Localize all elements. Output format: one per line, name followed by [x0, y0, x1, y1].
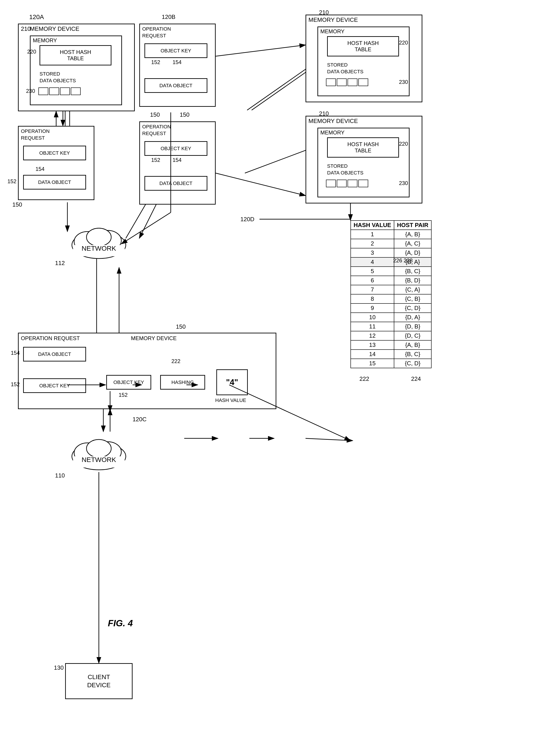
op-request-center-bot: OPERATION REQUEST OBJECT KEY DATA OBJECT…	[139, 122, 216, 204]
hash-value-cell: 9	[351, 304, 394, 313]
hash-value-cell: 14	[351, 350, 394, 359]
ref-152-bot2: 152	[119, 392, 128, 398]
memory-inner-tr1: MEMORY HOST HASH TABLE 220 STORED DATA O…	[318, 27, 410, 96]
ref-120b-label: 120B	[162, 14, 175, 20]
stored-data-tr1	[326, 78, 368, 86]
op-request-left: OPERATION REQUEST OBJECT KEY DATA OBJECT…	[18, 126, 94, 200]
hash-value-cell: 5	[351, 267, 394, 276]
memory-device-topright1: MEMORY DEVICE MEMORY HOST HASH TABLE 220…	[306, 14, 422, 102]
svg-text:NETWORK: NETWORK	[82, 245, 116, 252]
mem-tr1-label: MEMORY	[320, 28, 344, 35]
hash-value-cell: 3	[351, 248, 394, 257]
op-req-ct-label2: REQUEST	[142, 33, 166, 39]
diagram: 120A 210 MEMORY DEVICE MEMORY HOST HASH …	[0, 0, 534, 756]
data-obj-bot: DATA OBJECT	[23, 347, 86, 362]
host-pair-cell: {A, B}	[394, 340, 431, 350]
client-device-box: CLIENTDEVICE	[65, 663, 133, 699]
stored-label-tl2: DATA OBJECTS	[39, 78, 76, 84]
memory-inner-topleft: MEMORY HOST HASH TABLE 220 STORED DATA O…	[30, 36, 122, 105]
data-obj-bot-label: DATA OBJECT	[38, 351, 71, 357]
ref-120d-label: 120D	[241, 216, 254, 223]
hash-value-cell: 6	[351, 276, 394, 285]
obj-key-bot-label: OBJECT KEY	[39, 383, 70, 389]
hash-value-cell: 11	[351, 322, 394, 331]
host-pair-cell: {C, A}	[394, 285, 431, 294]
hht-tr1: HOST HASH TABLE	[327, 36, 399, 56]
mem-dev-bot-label: MEMORY DEVICE	[131, 335, 177, 341]
op-req-cb-label2: REQUEST	[142, 131, 166, 136]
hht-label-tl: HOST HASH	[60, 49, 91, 55]
hash-table: HASH VALUE HOST PAIR 1{A, B}2{A, C}3{A, …	[350, 220, 432, 368]
data-obj-left: DATA OBJECT	[23, 175, 86, 190]
ref-152-ct: 152	[151, 59, 160, 66]
hht-tr2-l1: HOST HASH	[347, 141, 379, 148]
ref-130: 130	[54, 664, 64, 671]
hht-tr2-l2: TABLE	[355, 148, 371, 154]
op-req-ct-label: OPERATION	[142, 26, 171, 32]
hash-table-row: 8{C, B}	[351, 294, 431, 304]
hash-value-cell: 1	[351, 230, 394, 239]
host-pair-cell: {A, C}	[394, 239, 431, 248]
host-pair-cell: {C, B}	[394, 294, 431, 304]
stored-data-tr2	[326, 179, 368, 187]
op-req-left-label: OPERATION	[21, 128, 50, 134]
hash-table-row: 3{A, D}	[351, 248, 431, 257]
svg-point-44	[87, 440, 111, 457]
host-pair-cell: {B, C}	[394, 350, 431, 359]
network-bottom: NETWORK	[67, 432, 130, 473]
ref-154-left: 154	[36, 166, 44, 172]
hash-table-row: 7{C, A}	[351, 285, 431, 294]
ref-222-bot: 222	[171, 358, 180, 364]
obj-key-ct-label: OBJECT KEY	[161, 48, 191, 54]
hashing-box: HASHING	[160, 375, 205, 390]
hash-table-row: 9{C, D}	[351, 304, 431, 313]
hash-value-cell: 8	[351, 294, 394, 304]
hash-result-label: "4"	[226, 378, 238, 387]
svg-line-37	[216, 173, 306, 196]
memory-inner-tr2: MEMORY HOST HASH TABLE 220 STORED DATA O…	[318, 128, 410, 197]
stored-tr2-l1: STORED	[327, 163, 347, 169]
hash-table-row: 15{C, D}	[351, 359, 431, 368]
ref-220-tr1: 220	[399, 40, 408, 46]
svg-line-17	[306, 438, 353, 441]
op-req-bot-label: OPERATION REQUEST	[21, 335, 80, 341]
ref-230-tr1: 230	[399, 79, 408, 85]
stored-label-tl: STORED	[39, 71, 60, 77]
hash-table-row: 14{B, C}	[351, 350, 431, 359]
hash-value-cell: 12	[351, 331, 394, 340]
memory-device-topleft-ref: 210	[21, 25, 31, 32]
memory-device-tr1-label: MEMORY DEVICE	[308, 16, 358, 23]
memory-device-topright2: MEMORY DEVICE MEMORY HOST HASH TABLE 220…	[306, 116, 422, 203]
network-top: NETWORK	[67, 220, 130, 262]
obj-key-ct: OBJECT KEY	[144, 43, 207, 58]
ref-150-center1: 150	[150, 111, 160, 118]
host-pair-cell: {D, C}	[394, 331, 431, 340]
memory-topleft-mem-label: MEMORY	[33, 37, 57, 43]
hash-value-cell: 13	[351, 340, 394, 350]
obj-key-cb-label: OBJECT KEY	[161, 146, 191, 151]
hht-label-tl2: TABLE	[67, 55, 84, 62]
hash-table-row: 5{B, C}	[351, 267, 431, 276]
hash-table-row: 12{D, C}	[351, 331, 431, 340]
stored-tr1-l1: STORED	[327, 62, 347, 68]
ref-154-ct: 154	[172, 59, 182, 66]
data-obj-cb: DATA OBJECT	[144, 176, 207, 191]
op-req-left-label2: REQUEST	[21, 135, 45, 141]
host-pair-cell: {C, D}	[394, 359, 431, 368]
ref-224-table: 224	[411, 375, 421, 382]
ref-154-bot: 154	[11, 350, 20, 356]
svg-line-38	[216, 45, 306, 56]
svg-text:NETWORK: NETWORK	[82, 456, 116, 463]
hash-value-cell: 4	[351, 257, 394, 267]
data-obj-ct-label: DATA OBJECT	[159, 83, 192, 89]
host-pair-cell: {A, D}	[394, 248, 431, 257]
ref-120a-label: 120A	[29, 14, 44, 21]
host-pair-cell: {C, D}	[394, 304, 431, 313]
host-pair-cell: {D, A}	[394, 313, 431, 322]
ref-230-tl: 230	[26, 88, 35, 94]
hash-table-row: 4{B, A}	[351, 257, 431, 267]
data-obj-cb-label: DATA OBJECT	[159, 180, 192, 186]
op-request-bottom: OPERATION REQUEST 150 DATA OBJECT 154 OB…	[18, 333, 276, 409]
host-hash-table-topleft: HOST HASH TABLE	[39, 45, 112, 66]
hash-result-box: "4"	[216, 369, 248, 395]
